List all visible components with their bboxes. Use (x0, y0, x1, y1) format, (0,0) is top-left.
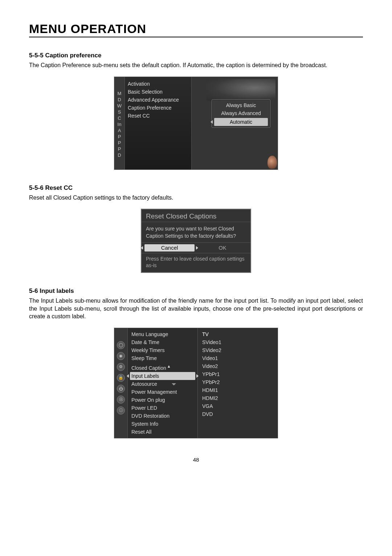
option-always-advanced[interactable]: Always Advanced (212, 109, 270, 117)
page-number: 48 (29, 457, 363, 463)
section-heading-reset-cc: 5-5-6 Reset CC (29, 184, 363, 192)
figure-caption-preference: M D W S C In A P P P D Activation Basic … (29, 77, 363, 170)
osd-input-labels: ◯ ◉ ⚙ 🔒 ⏻ Ⓐ ⓘ Menu Language Date & Time … (114, 328, 278, 438)
menu-label: Closed Caption (131, 365, 166, 371)
input-value[interactable]: DVD (201, 410, 275, 418)
dialog-button-row: Cancel OK (142, 243, 250, 253)
figure-reset-cc: Reset Closed Captions Are you sure you w… (29, 209, 363, 273)
section-heading-caption-preference: 5-5-5 Caption preference (29, 52, 363, 59)
menu-item-reset-all[interactable]: Reset All (130, 428, 195, 436)
sidebar-letter: W (117, 103, 122, 109)
menu-item-reset-cc[interactable]: Reset CC (128, 112, 188, 120)
menu-item-activation[interactable]: Activation (128, 80, 188, 88)
sidebar-letter: S (118, 109, 121, 115)
background-decor (207, 79, 275, 101)
input-value[interactable]: Video1 (201, 354, 275, 362)
option-automatic[interactable]: Automatic (214, 118, 268, 126)
cancel-button[interactable]: Cancel (144, 244, 195, 252)
menu-item-system-info[interactable]: System Info (130, 420, 195, 428)
nav-icon[interactable]: 🔒 (117, 374, 125, 382)
menu-item-advanced-appearance[interactable]: Advanced Appearance (128, 96, 188, 104)
section-text-caption-preference: The Caption Preference sub-menu sets the… (29, 61, 363, 69)
input-value[interactable]: YPbPr1 (201, 370, 275, 378)
osd1-sidebar: M D W S C In A P P P D (114, 77, 125, 169)
menu-item-basic-selection[interactable]: Basic Selection (128, 88, 188, 96)
dialog-hint: Press Enter to leave closed caption sett… (142, 253, 250, 272)
input-value[interactable]: Video2 (201, 362, 275, 370)
osd1-menu-column: Activation Basic Selection Advanced Appe… (125, 77, 192, 169)
menu-item-sleep-time[interactable]: Sleep Time (130, 354, 195, 362)
input-value[interactable]: VGA (201, 402, 275, 410)
osd1-right-area: Always Basic Always Advanced Automatic (192, 77, 278, 169)
section-text-reset-cc: Reset all Closed Caption settings to the… (29, 194, 363, 202)
section-heading-input-labels: 5-6 Input labels (29, 287, 363, 295)
menu-item-autosource[interactable]: Autosource (130, 380, 195, 388)
input-value[interactable]: SVideo1 (201, 338, 275, 346)
menu-item-dvd-restoration[interactable]: DVD Restoration (130, 412, 195, 420)
menu-item-weekly-timers[interactable]: Weekly Timers (130, 346, 195, 354)
nav-icon[interactable]: ⏻ (117, 385, 125, 393)
menu-item-power-management[interactable]: Power Management (130, 388, 195, 396)
sidebar-letter: P (118, 140, 121, 146)
ok-button[interactable]: OK (197, 244, 248, 252)
osd3-iconbar: ◯ ◉ ⚙ 🔒 ⏻ Ⓐ ⓘ (114, 328, 128, 438)
nav-icon[interactable]: ⚙ (117, 363, 125, 371)
dialog-title: Reset Closed Captions (142, 209, 250, 222)
nav-icon[interactable]: ⓘ (117, 406, 125, 414)
arrow-up-icon: ▲ (167, 364, 171, 368)
sidebar-letter: P (118, 134, 121, 139)
nav-icon[interactable]: ◯ (117, 341, 125, 349)
figure-input-labels: ◯ ◉ ⚙ 🔒 ⏻ Ⓐ ⓘ Menu Language Date & Time … (29, 328, 363, 438)
sidebar-letter: D (118, 97, 121, 102)
input-value[interactable]: HDMI1 (201, 386, 275, 394)
nav-icon[interactable]: ◉ (117, 352, 125, 360)
page-title: MENU OPERATION (29, 22, 363, 37)
menu-item-power-led[interactable]: Power LED (130, 404, 195, 412)
osd3-value-column: TV SVideo1 SVideo2 Video1 Video2 YPbPr1 … (198, 328, 278, 438)
sidebar-letter: C (118, 115, 121, 121)
menu-label: Autosource (131, 381, 157, 387)
dialog-message: Are you sure you want to Reset Closed Ca… (142, 222, 250, 243)
arrow-down-icon (172, 383, 176, 385)
nav-icon[interactable]: Ⓐ (117, 396, 125, 404)
input-value[interactable]: HDMI2 (201, 394, 275, 402)
sidebar-letter: M (118, 91, 122, 96)
sidebar-letter: D (118, 152, 121, 158)
menu-item-power-on-plug[interactable]: Power On plug (130, 396, 195, 404)
osd-reset-cc-dialog: Reset Closed Captions Are you sure you w… (141, 209, 251, 273)
menu-item-closed-caption[interactable]: Closed Caption▲ (130, 362, 195, 372)
option-always-basic[interactable]: Always Basic (212, 101, 270, 109)
input-value[interactable]: YPbPr2 (201, 378, 275, 386)
caption-preference-popup: Always Basic Always Advanced Automatic (212, 99, 270, 128)
menu-item-caption-preference[interactable]: Caption Preference (128, 104, 188, 112)
input-value[interactable]: TV (201, 330, 275, 338)
sidebar-letter: P (118, 146, 121, 152)
sidebar-letter: In (118, 122, 122, 127)
osd3-menu-column: Menu Language Date & Time Weekly Timers … (128, 328, 198, 438)
section-text-input-labels: The Input Labels sub-menu allows for mod… (29, 297, 363, 320)
background-decor (268, 156, 277, 169)
menu-item-menu-language[interactable]: Menu Language (130, 330, 195, 338)
menu-item-date-time[interactable]: Date & Time (130, 338, 195, 346)
input-value[interactable]: SVideo2 (201, 346, 275, 354)
sidebar-letter: A (118, 128, 121, 133)
menu-item-input-labels[interactable]: Input Labels (130, 372, 195, 380)
osd-caption-preference: M D W S C In A P P P D Activation Basic … (114, 77, 278, 170)
